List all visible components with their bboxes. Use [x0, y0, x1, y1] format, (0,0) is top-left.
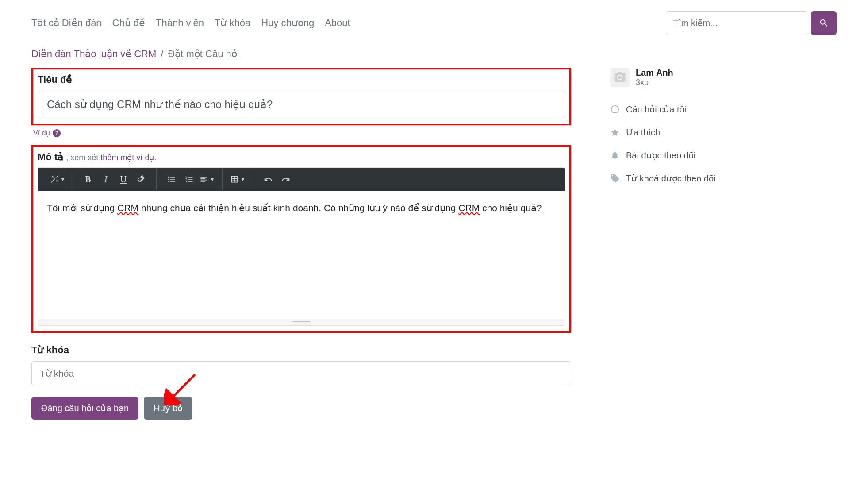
- sidebar-favourites[interactable]: Ưa thích: [610, 121, 775, 144]
- underline-button[interactable]: U: [115, 170, 132, 188]
- align-icon: [200, 175, 208, 184]
- camera-icon: [613, 71, 626, 84]
- sidebar-my-questions[interactable]: Câu hỏi của tôi: [610, 98, 775, 121]
- bold-button[interactable]: B: [79, 170, 97, 188]
- tags-label: Từ khóa: [31, 344, 571, 356]
- caret-down-icon: ▼: [210, 177, 215, 182]
- magic-wand-icon: [50, 175, 59, 184]
- title-hint[interactable]: Ví dụ ?: [33, 129, 571, 137]
- sidebar-followed-tags[interactable]: Từ khoá được theo dõi: [610, 167, 775, 190]
- tags-input[interactable]: [31, 361, 571, 386]
- submit-button[interactable]: Đăng câu hỏi của bạn: [31, 397, 138, 420]
- breadcrumb: Diễn đàn Thảo luận về CRM / Đặt một Câu …: [31, 48, 837, 60]
- question-circle-icon: [610, 104, 620, 114]
- breadcrumb-separator: /: [161, 48, 163, 60]
- help-icon: ?: [53, 129, 61, 137]
- desc-label: Mô tả: [38, 151, 63, 162]
- title-label: Tiêu đề: [38, 74, 565, 85]
- list-ul-icon: [167, 175, 176, 184]
- nav-badges[interactable]: Huy chương: [261, 17, 314, 29]
- breadcrumb-parent[interactable]: Diễn đàn Thảo luận về CRM: [31, 48, 156, 60]
- align-button[interactable]: ▼: [198, 170, 216, 188]
- user-name: Lam Anh: [636, 68, 673, 78]
- undo-button[interactable]: [259, 170, 277, 188]
- editor-content[interactable]: Tôi mới sử dụng CRM nhưng chưa cải thiện…: [38, 191, 565, 319]
- redo-button[interactable]: [277, 170, 295, 188]
- magic-wand-button[interactable]: ▼: [49, 170, 66, 188]
- sidebar-followed-posts[interactable]: Bài được theo dõi: [610, 144, 775, 167]
- eraser-button[interactable]: [132, 170, 150, 188]
- text-cursor: [543, 203, 543, 214]
- caret-down-icon: ▼: [61, 177, 65, 182]
- breadcrumb-current: Đặt một Câu hỏi: [168, 48, 239, 60]
- nav-tags[interactable]: Từ khóa: [215, 17, 250, 29]
- unordered-list-button[interactable]: [163, 170, 181, 188]
- cancel-button[interactable]: Huỷ bỏ: [144, 397, 192, 420]
- editor-resize-handle[interactable]: [38, 319, 565, 325]
- nav-about[interactable]: About: [325, 17, 350, 29]
- search-icon: [819, 18, 829, 28]
- nav-members[interactable]: Thành viên: [156, 17, 204, 29]
- title-input[interactable]: [38, 91, 565, 118]
- rich-text-editor: ▼ B I U ▼: [38, 167, 565, 326]
- avatar: [610, 68, 630, 87]
- ordered-list-button[interactable]: [181, 170, 198, 188]
- nav-topics[interactable]: Chủ đề: [112, 17, 145, 29]
- user-profile-block[interactable]: Lam Anh 3xp: [607, 68, 775, 87]
- star-icon: [610, 127, 620, 137]
- nav-all-forums[interactable]: Tất cả Diễn đàn: [31, 17, 102, 29]
- top-nav: Tất cả Diễn đàn Chủ đề Thành viên Từ khó…: [31, 17, 666, 29]
- italic-button[interactable]: I: [97, 170, 115, 188]
- desc-note: , xem xét thêm một ví dụ.: [66, 153, 156, 162]
- tags-icon: [610, 174, 620, 183]
- redo-icon: [281, 175, 290, 184]
- table-button[interactable]: ▼: [229, 170, 246, 188]
- search-button[interactable]: [811, 11, 837, 35]
- list-ol-icon: [185, 175, 194, 184]
- search-input[interactable]: [666, 11, 807, 35]
- desc-example-link[interactable]: thêm một ví dụ: [100, 153, 154, 162]
- sidebar-links: Câu hỏi của tôi Ưa thích Bài được theo d…: [607, 98, 775, 190]
- hint-text: Ví dụ: [33, 129, 50, 137]
- bell-icon: [610, 151, 620, 160]
- description-section-highlight: Mô tả , xem xét thêm một ví dụ. ▼ B I U: [31, 145, 571, 333]
- undo-icon: [264, 175, 273, 184]
- eraser-icon: [137, 175, 146, 184]
- title-section-highlight: Tiêu đề: [31, 68, 571, 125]
- editor-toolbar: ▼ B I U ▼: [38, 168, 565, 191]
- user-xp: 3xp: [636, 78, 673, 87]
- table-icon: [230, 175, 239, 184]
- caret-down-icon: ▼: [241, 177, 246, 182]
